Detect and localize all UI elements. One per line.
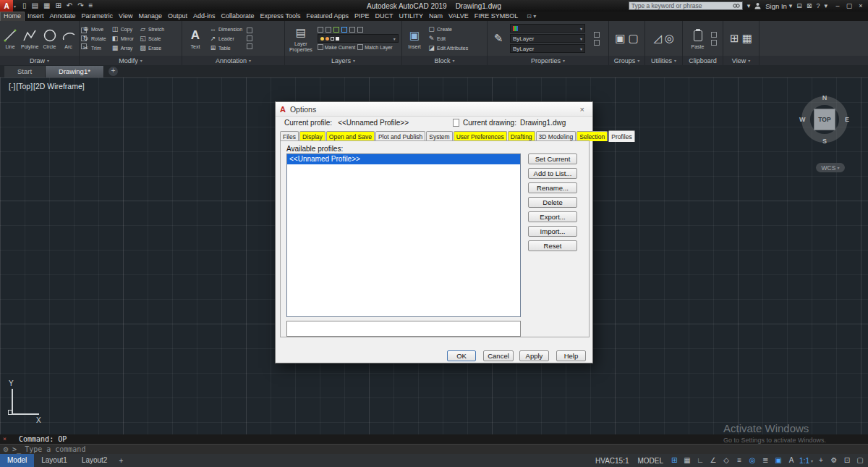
app-store-icon[interactable]: ⊟ [796,1,802,11]
search-dropdown-icon[interactable]: ▾ [747,1,751,11]
table-tool[interactable]: ⊞Table [209,44,242,52]
view-cube[interactable]: N E S W TOP [801,96,848,143]
autodesk-cloud-icon[interactable]: ⊠ [807,1,812,11]
plot-icon[interactable]: ⊞ [55,0,61,12]
app-menu-chevron-icon[interactable]: ▾ [14,4,16,9]
open-file-icon[interactable]: ▤ [32,0,38,12]
restore-icon[interactable]: ▢ [843,0,855,12]
viewport-view-control[interactable]: [Top] [16,82,33,91]
ribbon-tab-output[interactable]: Output [165,12,190,21]
dialog-close-icon[interactable]: × [576,105,588,114]
trim-tool[interactable]: ✂Trim [82,44,106,52]
workspace-scale-label[interactable]: HVAC15:1 [592,457,632,465]
ribbon-tab-annotate[interactable]: Annotate [47,12,79,21]
isolate-objects-icon[interactable]: ⊡ [842,455,852,466]
ribbon-tab-duct[interactable]: DUCT [372,12,396,21]
object-color-dropdown[interactable]: ▾ [510,24,585,33]
export-button[interactable]: Export... [528,211,577,222]
ribbon-tab-featured-apps[interactable]: Featured Apps [303,12,352,21]
grid-icon[interactable]: ⊞ [669,455,679,466]
add-to-list-button[interactable]: Add to List... [528,168,577,179]
tab-profiles[interactable]: Profiles [608,130,634,142]
move-tool[interactable]: ⊕Move [82,25,106,33]
file-tab-start[interactable]: Start [4,66,46,77]
search-icon[interactable] [733,3,740,9]
ribbon-tab-insert[interactable]: Insert [25,12,47,21]
edit-block-tool[interactable]: ✎Edit [427,35,468,43]
annotation-panel-label[interactable]: Annotation▾ [182,56,284,65]
layer-dropdown[interactable]: ▾ [318,34,399,43]
profile-list-item[interactable]: <<Unnamed Profile>> [287,154,520,164]
viewport-visual-style-control[interactable]: [2D Wireframe] [33,82,85,91]
annotation-extra-tools[interactable] [247,28,252,49]
compass-west-label[interactable]: W [799,116,806,123]
osnap-tracking-icon[interactable]: ≡ [734,455,744,466]
save-icon[interactable]: ▦ [43,0,50,12]
ribbon-tab-parametric[interactable]: Parametric [79,12,116,21]
sign-in-button[interactable]: Sign In▾ [765,1,792,11]
workspace-gear-icon[interactable]: ⚙ [829,455,839,466]
tab-files[interactable]: Files [280,131,299,141]
ortho-icon[interactable]: ∟ [695,455,705,466]
help-button[interactable]: Help [556,350,586,361]
close-icon[interactable]: × [855,0,867,12]
model-space-button[interactable]: MODEL [635,457,667,465]
draw-panel-label[interactable]: Draw▾ [0,56,79,65]
polar-tracking-icon[interactable]: ∠ [708,455,718,466]
create-block-tool[interactable]: ▢Create [427,25,468,33]
tab-display[interactable]: Display [299,131,326,141]
model-tab[interactable]: Model [0,454,34,467]
measure-icon[interactable]: ◿ [653,31,662,46]
command-customize-icon[interactable]: ⚙ [3,446,9,453]
properties-extra-tools[interactable] [594,32,600,46]
snap-icon[interactable]: ▦ [682,455,692,466]
viewport-menu-control[interactable]: [-] [9,82,15,91]
reset-button[interactable]: Reset [528,240,577,251]
options-dialog-title-bar[interactable]: A Options × [276,102,592,117]
minimize-icon[interactable]: – [832,0,843,12]
compass-north-label[interactable]: N [822,94,827,101]
rename-button[interactable]: Rename... [528,182,577,193]
cancel-button[interactable]: Cancel [483,350,514,361]
layers-panel-label[interactable]: Layers▾ [285,56,401,65]
help-chevron-icon[interactable]: ▾ [824,1,827,11]
ribbon-tab-pipe[interactable]: PIPE [352,12,373,21]
modify-panel-label[interactable]: Modify▾ [80,56,182,65]
ribbon-tab-nam[interactable]: Nam [426,12,446,21]
command-close-icon[interactable]: × [3,436,7,442]
tab-drafting[interactable]: Drafting [508,131,535,141]
autocad-logo-icon[interactable]: A [0,0,13,12]
polyline-tool[interactable]: Polyline [21,28,39,49]
search-box[interactable] [629,1,743,10]
insert-block-tool[interactable]: ▣ Insert [404,28,425,49]
ok-button[interactable]: OK [447,350,476,361]
scale-tool[interactable]: ◱Scale [139,35,164,43]
line-tool[interactable]: Line [2,28,18,49]
match-properties-tool[interactable]: ✎ [490,30,507,46]
autoscale-icon[interactable]: + [816,455,826,466]
clipboard-extra-tools[interactable] [711,32,717,46]
properties-panel-label[interactable]: Properties▾ [488,56,608,65]
clean-screen-icon[interactable]: ▢ [855,455,865,466]
apply-button[interactable]: Apply [519,350,549,361]
mirror-tool[interactable]: ◧Mirror [111,35,134,43]
view-cube-top-face[interactable]: TOP [814,109,835,130]
new-file-icon[interactable]: ▯ [22,0,27,12]
object-snap-icon[interactable]: ◎ [747,455,757,466]
ribbon-options-icon[interactable]: ⊡ ▾ [527,13,536,20]
profiles-list[interactable]: <<Unnamed Profile>> [286,153,521,317]
ribbon-tab-manage[interactable]: Manage [135,12,165,21]
help-icon[interactable]: ? [816,1,820,11]
command-history[interactable]: × Command: OP [0,434,868,444]
command-input[interactable] [25,445,868,453]
compass-east-label[interactable]: E [845,116,849,123]
text-tool[interactable]: A Text [184,28,206,49]
base-view-icon[interactable]: ⊞ [730,31,739,46]
ribbon-tab-addins[interactable]: Add-ins [190,12,218,21]
set-current-button[interactable]: Set Current [528,153,577,164]
match-layer-tool[interactable]: Match Layer [357,44,393,50]
ribbon-tab-home[interactable]: Home [0,12,25,21]
annotation-scale-button[interactable]: 1:1▾ [799,457,813,465]
ribbon-tab-fire-symbol[interactable]: FIRE SYMBOL [472,12,522,21]
utilities-panel-label[interactable]: Utilities▾ [645,56,682,65]
